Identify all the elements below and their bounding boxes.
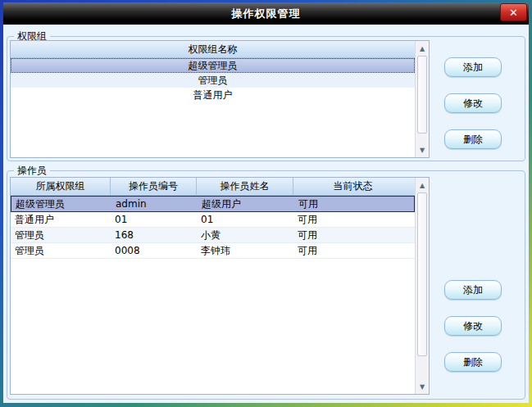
- close-button[interactable]: ✕: [500, 3, 527, 21]
- permission-add-button[interactable]: 添加: [444, 57, 502, 77]
- operator-table[interactable]: 所属权限组 操作员编号 操作员姓名 当前状态 超级管理员 admin 超级用户 …: [10, 177, 430, 395]
- cell-name: 超级用户: [198, 197, 294, 211]
- operator-group-box: 操作员 所属权限组 操作员编号 操作员姓名 当前状态 超级管理员 admin 超…: [7, 170, 525, 400]
- scroll-up-icon[interactable]: ▲: [416, 42, 429, 55]
- scroll-down-icon[interactable]: ▼: [416, 380, 429, 393]
- table-row[interactable]: 超级管理员 admin 超级用户 可用: [11, 196, 415, 212]
- list-item[interactable]: 超级管理员: [11, 58, 415, 73]
- cell-group: 管理员: [11, 244, 111, 258]
- close-icon: ✕: [509, 7, 518, 18]
- permission-modify-button[interactable]: 修改: [444, 93, 502, 113]
- table-row[interactable]: 管理员 0008 李钟玮 可用: [11, 243, 415, 259]
- column-header-group[interactable]: 所属权限组: [11, 178, 111, 195]
- list-item[interactable]: 管理员: [11, 73, 415, 88]
- scroll-down-icon[interactable]: ▼: [416, 143, 429, 156]
- dialog-client-area: 权限组 权限组名称 超级管理员 管理员 普通用户 ▲ ▼ 添加 修改 删除: [3, 25, 529, 403]
- operator-table-header: 所属权限组 操作员编号 操作员姓名 当前状态: [11, 178, 415, 196]
- permission-list-scrollbar[interactable]: ▲ ▼: [415, 41, 429, 157]
- cell-name: 小黄: [197, 228, 293, 242]
- column-header-name[interactable]: 操作员姓名: [197, 178, 293, 195]
- column-header-id[interactable]: 操作员编号: [111, 178, 197, 195]
- permission-list-column-header: 权限组名称: [11, 41, 415, 58]
- table-row[interactable]: 普通用户 01 01 可用: [11, 212, 415, 228]
- cell-id: 01: [111, 214, 197, 225]
- cell-status: 可用: [293, 228, 412, 242]
- cell-id: 0008: [111, 245, 197, 256]
- cell-name: 李钟玮: [197, 244, 293, 258]
- operator-table-content: 所属权限组 操作员编号 操作员姓名 当前状态 超级管理员 admin 超级用户 …: [11, 178, 415, 394]
- cell-group: 普通用户: [11, 213, 111, 227]
- cell-name: 01: [197, 214, 293, 225]
- permission-delete-button[interactable]: 删除: [444, 129, 502, 149]
- cell-group: 超级管理员: [11, 197, 111, 211]
- title-bar[interactable]: 操作权限管理 ✕: [3, 2, 529, 25]
- permission-group-box: 权限组 权限组名称 超级管理员 管理员 普通用户 ▲ ▼ 添加 修改 删除: [7, 36, 525, 161]
- operator-group-legend: 操作员: [14, 164, 50, 178]
- cell-group: 管理员: [11, 228, 111, 242]
- cell-status: 可用: [293, 213, 412, 227]
- table-row[interactable]: 管理员 168 小黄 可用: [11, 228, 415, 243]
- cell-status: 可用: [294, 197, 413, 211]
- permission-group-list-content: 权限组名称 超级管理员 管理员 普通用户: [11, 41, 415, 157]
- operator-table-scrollbar[interactable]: ▲ ▼: [415, 178, 429, 394]
- scrollbar-thumb[interactable]: [417, 192, 427, 356]
- cell-id: admin: [111, 198, 198, 210]
- cell-id: 168: [111, 229, 197, 241]
- scroll-up-icon[interactable]: ▲: [416, 179, 429, 192]
- cell-status: 可用: [293, 244, 412, 258]
- operator-modify-button[interactable]: 修改: [444, 316, 502, 336]
- list-item[interactable]: 普通用户: [11, 88, 415, 102]
- window-title: 操作权限管理: [232, 7, 301, 21]
- dialog-window: 操作权限管理 ✕ 权限组 权限组名称 超级管理员 管理员 普通用户 ▲ ▼: [0, 0, 532, 407]
- permission-group-list[interactable]: 权限组名称 超级管理员 管理员 普通用户 ▲ ▼: [10, 40, 430, 158]
- scrollbar-thumb[interactable]: [417, 56, 427, 133]
- column-header-status[interactable]: 当前状态: [293, 178, 412, 195]
- operator-delete-button[interactable]: 删除: [444, 352, 502, 372]
- operator-add-button[interactable]: 添加: [444, 280, 502, 300]
